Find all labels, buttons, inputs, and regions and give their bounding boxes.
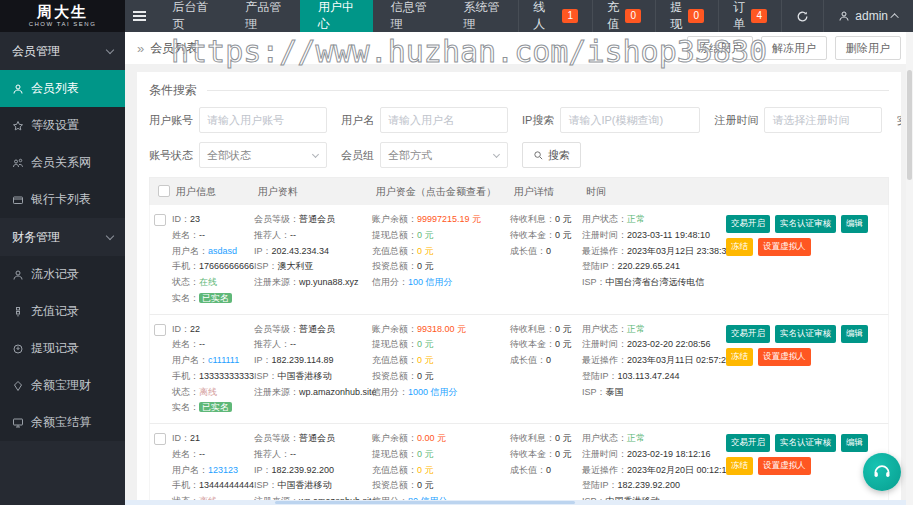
set-virtual-button[interactable]: 设置虚拟人 — [758, 348, 811, 366]
account-status-select[interactable]: 全部状态 — [199, 142, 327, 168]
col-user-funds: 用户资金（点击金额查看） — [372, 185, 510, 199]
edit-button[interactable]: 编辑 — [841, 325, 868, 343]
balance-value[interactable]: 0.00 元 — [417, 433, 446, 443]
freeze-button[interactable]: 冻结 — [726, 457, 753, 475]
freeze-button[interactable]: 冻结 — [726, 348, 753, 366]
stat-recharge[interactable]: 充值 0 — [592, 0, 655, 32]
balance-value[interactable]: 99318.00 元 — [417, 324, 466, 334]
trade-toggle-button[interactable]: 交易开启 — [726, 434, 770, 452]
sidebar-item-yuebao-finance[interactable]: 余额宝理财 — [0, 367, 125, 404]
nav-item-products[interactable]: 产品管理 — [227, 0, 300, 32]
username-link[interactable]: 123123 — [208, 465, 238, 475]
realname-badge: 已实名 — [199, 402, 232, 412]
user-detail-cell: 待收利息：0 元 待收本金：0 元 成长值：0 — [510, 431, 582, 478]
ip-search-group: IP搜索 — [522, 107, 700, 133]
search-button[interactable]: 搜索 — [522, 142, 581, 168]
stat-label: 订单 — [733, 0, 745, 33]
delete-users-button[interactable]: 删除用户 — [835, 36, 901, 60]
user-profile-cell: 会员等级：普通会员 推荐人：-- IP：202.43.234.34 ISP：澳大… — [254, 212, 372, 291]
user-info-cell: ID：21 姓名：-- 用户名：123123 手机：13444444444 状态… — [172, 431, 254, 500]
user-icon — [12, 83, 24, 95]
stat-orders[interactable]: 订单 4 — [718, 0, 781, 32]
refresh-icon[interactable] — [781, 0, 823, 32]
account-input[interactable] — [199, 107, 327, 133]
set-virtual-button[interactable]: 设置虚拟人 — [758, 238, 811, 256]
trade-toggle-button[interactable]: 交易开启 — [726, 325, 770, 343]
sidebar-item-flow-records[interactable]: 流水记录 — [0, 256, 125, 293]
select-value: 全部方式 — [388, 148, 432, 163]
search-icon — [533, 150, 544, 161]
sidebar-item-member-network[interactable]: 会员关系网 — [0, 144, 125, 181]
customer-service-float-button[interactable] — [863, 453, 901, 491]
nav-item-user-center[interactable]: 用户中心 — [300, 0, 373, 32]
row-checkbox[interactable] — [154, 214, 166, 226]
sidebar-item-level-settings[interactable]: 等级设置 — [0, 107, 125, 144]
nav-item-system[interactable]: 系统管理 — [446, 0, 519, 32]
search-row-1: 用户账号 用户名 IP搜索 注册时间 — [149, 107, 889, 133]
withdraw-icon — [12, 343, 24, 355]
col-time: 时间 — [582, 185, 724, 199]
username-input[interactable] — [380, 107, 508, 133]
sidebar-item-bank-cards[interactable]: 银行卡列表 — [0, 181, 125, 218]
admin-dropdown[interactable]: admin — [823, 0, 913, 32]
row-checkbox[interactable] — [154, 324, 166, 336]
trade-toggle-button[interactable]: 交易开启 — [726, 215, 770, 233]
scrollbar-thumb[interactable] — [275, 501, 575, 504]
star-icon — [12, 120, 24, 132]
breadcrumb-arrow: » — [137, 41, 144, 56]
coins-icon — [12, 306, 24, 318]
account-label: 用户账号 — [149, 113, 193, 128]
table-row: ID：23 姓名：-- 用户名：asdasd 手机：17666666666 状态… — [149, 205, 889, 315]
sidebar-group-members[interactable]: 会员管理 — [0, 32, 125, 70]
balance-value[interactable]: 99997215.19 元 — [417, 214, 481, 224]
ip-input[interactable] — [560, 107, 700, 133]
username-search-group: 用户名 — [341, 107, 508, 133]
sidebar-item-member-list[interactable]: 会员列表 — [0, 70, 125, 107]
chevron-down-icon — [106, 45, 114, 53]
user-profile-cell: 会员等级：普通会员 推荐人：-- IP：182.239.92.200 ISP：中… — [254, 431, 372, 500]
edit-button[interactable]: 编辑 — [841, 434, 868, 452]
realname-audit-button[interactable]: 实名认证审核 — [775, 434, 836, 452]
sidebar-item-label: 会员列表 — [31, 80, 79, 97]
stat-withdraw[interactable]: 提现 0 — [655, 0, 718, 32]
set-virtual-button[interactable]: 设置虚拟人 — [758, 457, 811, 475]
vertical-scrollbar[interactable] — [906, 32, 913, 505]
sidebar-group-finance[interactable]: 财务管理 — [0, 218, 125, 256]
sidebar-item-withdraw-records[interactable]: 提现记录 — [0, 330, 125, 367]
search-fieldset: 条件搜索 — [149, 82, 889, 99]
realname-audit-button[interactable]: 实名认证审核 — [775, 325, 836, 343]
edit-button[interactable]: 编辑 — [841, 215, 868, 233]
ip-label: IP搜索 — [522, 113, 554, 128]
nav-item-dashboard[interactable]: 后台首页 — [154, 0, 227, 32]
time-cell: 用户状态：正常 注册时间：2023-02-20 22:08:56 最近操作：20… — [582, 322, 724, 401]
freeze-users-button[interactable]: 冻结用户 — [687, 36, 753, 60]
sidebar-item-recharge-records[interactable]: 充值记录 — [0, 293, 125, 330]
account-search-group: 用户账号 — [149, 107, 327, 133]
realname-audit-button[interactable]: 实名认证审核 — [775, 215, 836, 233]
freeze-button[interactable]: 冻结 — [726, 238, 753, 256]
unfreeze-users-button[interactable]: 解冻用户 — [761, 36, 827, 60]
sidebar-item-yuebao-settlement[interactable]: 余额宝结算 — [0, 404, 125, 441]
scrollbar-thumb[interactable] — [907, 70, 912, 180]
row-actions: 交易开启 实名认证审核 编辑 冻结 设置虚拟人 — [724, 322, 888, 366]
realname-status-label: 实名状态 — [896, 113, 901, 128]
breadcrumb-row: » 会员列表 冻结用户 解冻用户 删除用户 — [125, 32, 913, 64]
row-checkbox[interactable] — [154, 433, 166, 445]
person-icon — [838, 10, 850, 22]
stat-online-users[interactable]: 在线人数 1 — [518, 0, 592, 32]
nav-item-info[interactable]: 信息管理 — [373, 0, 446, 32]
col-user-info: 用户信息 — [172, 185, 254, 199]
select-all-checkbox[interactable] — [158, 185, 170, 197]
chevron-down-icon — [312, 151, 319, 158]
regtime-input[interactable] — [764, 107, 882, 133]
username-link[interactable]: asdasd — [208, 246, 237, 256]
horizontal-scrollbar[interactable] — [125, 500, 906, 505]
user-detail-cell: 待收利息：0 元 待收本金：0 元 成长值：0 — [510, 322, 582, 369]
username-link[interactable]: c111111 — [208, 355, 239, 365]
hamburger-menu-icon[interactable] — [125, 0, 154, 32]
regtime-label: 注册时间 — [714, 113, 758, 128]
user-info-cell: ID：23 姓名：-- 用户名：asdasd 手机：17666666666 状态… — [172, 212, 254, 307]
breadcrumb: 会员列表 — [150, 40, 198, 57]
search-button-label: 搜索 — [548, 148, 570, 163]
member-group-select[interactable]: 全部方式 — [380, 142, 508, 168]
